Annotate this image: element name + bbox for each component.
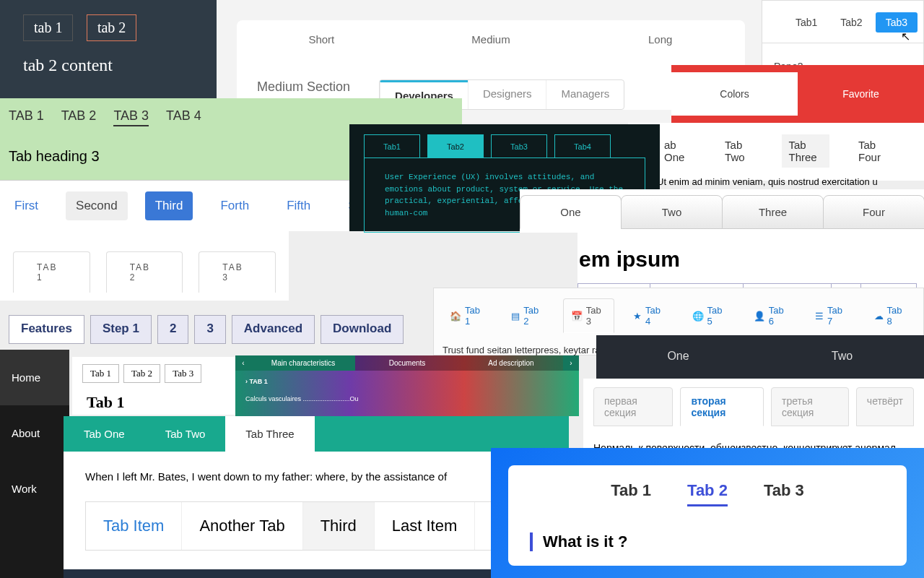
panel-red: Colors Favorite [671, 65, 924, 123]
tab-advanced[interactable]: Advanced [232, 315, 315, 344]
tab-2[interactable]: Tab 2 [123, 364, 160, 383]
section-heading: Medium Section [257, 79, 350, 95]
tab-2[interactable]: 2 [157, 315, 188, 344]
arrow-left-icon[interactable]: ‹ [235, 355, 251, 371]
tab-four[interactable]: Four [823, 195, 924, 229]
tab-2[interactable]: Tab 2 [687, 481, 728, 506]
tab-3[interactable]: Tab 3 [165, 364, 201, 383]
tab-section-4[interactable]: четвёрт [856, 387, 914, 426]
tab-3[interactable]: Tab 3 [764, 481, 804, 506]
row-text: Calculs vasculaires ....................… [235, 392, 579, 405]
tab-section-2[interactable]: вторая секция [680, 387, 764, 426]
star-icon: ★ [633, 311, 642, 322]
tab-4[interactable]: ★Tab 4 [626, 298, 674, 333]
tab-one[interactable]: One [520, 195, 622, 229]
tab-first[interactable]: First [4, 191, 48, 220]
tab-2[interactable]: TAB 2 [61, 108, 97, 126]
inner-tab-item[interactable]: Tab Item [86, 502, 182, 550]
tab-short[interactable]: Short [237, 20, 406, 59]
tab-4[interactable]: Tab4 [554, 134, 611, 158]
body-text: When I left Mr. Bates, I went down to my… [85, 470, 547, 483]
tab-1[interactable]: Tab1 [364, 134, 420, 158]
tab-1[interactable]: TAB 1 [13, 251, 90, 293]
tab-3[interactable]: Tab3 [491, 134, 547, 158]
tab-6[interactable]: 👤Tab 6 [746, 298, 796, 333]
panel-ordinals: First Second Third Forth Fifth Sixth [0, 181, 349, 231]
tab-section-1[interactable]: первая секция [593, 387, 673, 426]
tab-2[interactable]: Tab2 [830, 12, 872, 33]
panel-dark-basic: tab 1 tab 2 tab 2 content [0, 0, 217, 98]
tab-two[interactable]: Tab Two [145, 416, 226, 452]
inner-another-tab[interactable]: Another Tab [182, 502, 302, 550]
nav-home[interactable]: Home [0, 350, 69, 405]
tab-long[interactable]: Long [575, 20, 745, 59]
nav-about[interactable]: About [0, 405, 69, 461]
tab-medium[interactable]: Medium [406, 20, 576, 59]
tab-5[interactable]: 🌐Tab 5 [685, 298, 735, 333]
heading: What is it ? [530, 532, 885, 551]
tab-fifth[interactable]: Fifth [276, 191, 321, 220]
arrow-right-icon[interactable]: › [563, 355, 579, 371]
panel-serif-tabs: Tab 1 Tab 2 Tab 3 Tab 1 [72, 357, 235, 415]
panel-russian: первая секция вторая секция третья секци… [583, 379, 924, 449]
tab-one[interactable]: Tab One [64, 416, 145, 452]
tab-four[interactable]: Tab Four [851, 134, 895, 168]
tab-three[interactable]: Three [722, 195, 824, 229]
panel-features: Features Step 1 2 3 Advanced Download [9, 315, 433, 344]
tab-colors[interactable]: Colors [671, 72, 798, 116]
tab-1[interactable]: Tab 1 [611, 481, 651, 506]
tab-1[interactable]: Tab 1 [82, 364, 119, 383]
tab-three[interactable]: Tab Three [225, 416, 314, 452]
tab-one[interactable]: ab One [657, 134, 696, 168]
home-icon: 🏠 [450, 311, 461, 322]
tab-three[interactable]: Tab Three [782, 134, 830, 168]
panel-tab-words: ab One Tab Two Tab Three Tab Four Ut eni… [628, 123, 924, 181]
tab-4[interactable]: TAB 4 [166, 108, 201, 126]
tab-third[interactable]: Third [145, 191, 193, 220]
panel-overview: em ipsum Overview Requirements Step By S… [578, 233, 924, 290]
tab-3[interactable]: 📅Tab 3 [563, 298, 614, 333]
inner-last-item[interactable]: Last Item [375, 502, 475, 550]
tab-download[interactable]: Download [321, 315, 404, 344]
tab-2[interactable]: tab 2 [87, 14, 136, 41]
tab-1[interactable]: Tab1 [785, 12, 827, 33]
nav-work[interactable]: Work [0, 461, 69, 517]
tab-two[interactable]: Tab Two [718, 134, 759, 168]
tab-section-3[interactable]: третья секция [771, 387, 849, 426]
tab-7[interactable]: ☰Tab 7 [808, 298, 855, 333]
cloud-icon: ☁ [874, 311, 884, 322]
cursor-icon: ↖ [901, 30, 910, 43]
tab-documents[interactable]: Documents [355, 355, 459, 371]
subtab-managers[interactable]: Managers [546, 80, 624, 109]
tab-8[interactable]: ☁Tab 8 [867, 298, 915, 333]
tab-one[interactable]: One [596, 335, 760, 379]
tab-two[interactable]: Two [760, 335, 924, 379]
tab-3[interactable]: 3 [194, 315, 225, 344]
tab-2[interactable]: ▤Tab 2 [504, 298, 552, 333]
tab-forth[interactable]: Forth [210, 191, 259, 220]
tab-1[interactable]: 🏠Tab 1 [443, 298, 492, 333]
sub-label: › TAB 1 [235, 371, 579, 392]
tab-1[interactable]: tab 1 [23, 14, 73, 41]
tab-favorite[interactable]: Favorite [798, 72, 924, 116]
panel-one-two-dark: One Two [596, 335, 924, 379]
tab-ad[interactable]: Ad description [459, 355, 563, 371]
tab-2[interactable]: TAB 2 [106, 251, 183, 293]
tab-content: tab 2 content [23, 56, 193, 75]
heading: em ipsum [578, 247, 917, 272]
tab-step-1[interactable]: Step 1 [90, 315, 152, 344]
subtab-designers[interactable]: Designers [468, 80, 546, 109]
panel-gradient-ad: ‹ Main characteristics Documents Ad desc… [235, 355, 579, 416]
tab-features[interactable]: Features [9, 315, 84, 344]
user-icon: 👤 [754, 311, 765, 322]
tab-2[interactable]: Tab2 [427, 134, 484, 158]
tab-two[interactable]: Two [621, 195, 723, 229]
tab-3[interactable]: Tab3 [876, 12, 918, 33]
panel-blue-gradient: Tab 1 Tab 2 Tab 3 What is it ? [491, 448, 924, 578]
tab-second[interactable]: Second [66, 191, 128, 220]
tab-1[interactable]: TAB 1 [9, 108, 44, 126]
tab-main[interactable]: Main characteristics [251, 355, 355, 371]
tab-3[interactable]: TAB 3 [113, 108, 149, 126]
inner-third[interactable]: Third [303, 502, 375, 550]
tab-3[interactable]: TAB 3 [199, 251, 276, 293]
